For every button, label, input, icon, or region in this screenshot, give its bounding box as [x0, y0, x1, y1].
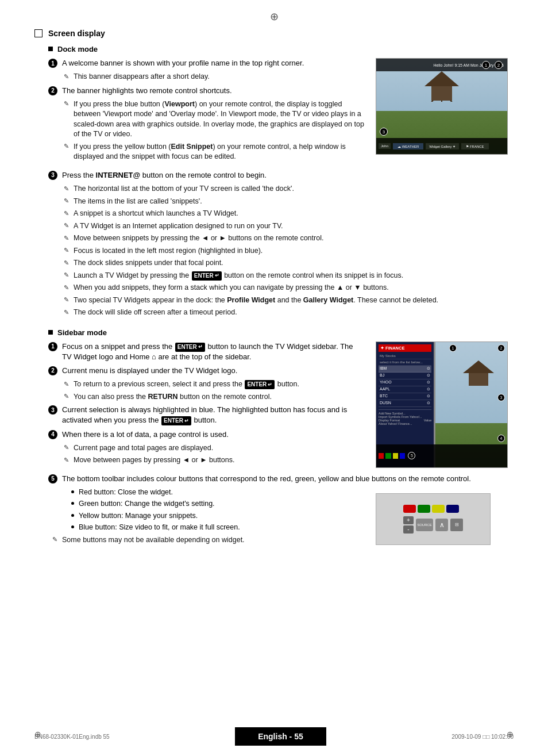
plus-minus-group: + - — [403, 516, 414, 534]
badge-1: 1 — [482, 61, 490, 69]
dock-mode-content: 1 A welcome banner is shown with your pr… — [34, 58, 514, 164]
svg-line-4 — [450, 101, 452, 102]
dock-item-3-text: Press the INTERNET@ button on the remote… — [62, 170, 514, 181]
dock-item-john: John — [379, 143, 391, 149]
bullet-yellow-text: Yellow button: Manage your snippets. — [79, 511, 198, 521]
banner-text: Hello John! 9:15 AM Mon January 1996 — [433, 63, 504, 67]
dock-note-3-3-text: A snippet is a shortcut which launches a… — [74, 209, 514, 219]
svg-marker-0 — [424, 71, 459, 86]
badge-3: 3 — [380, 128, 388, 136]
sidebar-row-aapl: AAPL⊙ — [379, 386, 431, 393]
footer-left: BN68-02330K-01Eng.indb 55 — [34, 734, 110, 740]
sidebar-mode-text-col: 1 Focus on a snippet and press the ENTER… — [34, 341, 364, 468]
sidebar-action-about: About Yahoo! Finance... — [379, 422, 431, 425]
bottom-right-crosshair-icon: ⊕ — [507, 730, 514, 739]
sidebar-row-btc: BTC⊙ — [379, 393, 431, 400]
remote-image-col: + - SOURCE ∧ ⊟ — [376, 488, 514, 548]
dock-item-1-text: A welcome banner is shown with your prof… — [62, 58, 364, 68]
page-footer: BN68-02330K-01Eng.indb 55 English - 55 2… — [0, 727, 548, 746]
dock-note-3-8: ✎ Launch a TV Widget by pressing the ENT… — [62, 271, 514, 281]
bottom-overlay-bar: John ☁ WEATHER Widget Gallery ✦ ⚑ FRANCE — [376, 138, 507, 154]
source-btn[interactable]: SOURCE — [416, 519, 433, 531]
up-btn[interactable]: ∧ — [435, 519, 448, 531]
pencil-icon-14: ✎ — [62, 308, 70, 316]
dock-item-1: 1 A welcome banner is shown with your pr… — [48, 58, 364, 68]
bar-item-green — [385, 453, 391, 459]
sidebar-item-4-text: When there is a lot of data, a page cont… — [62, 429, 364, 440]
bullet-dot-1 — [71, 490, 74, 493]
pencil-icon-8: ✎ — [62, 234, 70, 242]
enter-btn-sidebar-3: ENTER — [161, 416, 191, 425]
sidebar-item-1-text: Focus on a snippet and press the ENTER b… — [62, 341, 364, 362]
dock-note-3-6: ✎ Focus is located in the left most regi… — [62, 246, 514, 256]
pencil-icon-4: ✎ — [62, 185, 70, 193]
misc-btn[interactable]: ⊟ — [450, 519, 463, 531]
dock-note-3-2: ✎ The items in the list are called 'snip… — [62, 197, 514, 207]
dock-note-3-7: ✎ The dock slides snippets under that fo… — [62, 258, 514, 268]
dock-note-3-11-text: The dock will slide off screen after a t… — [74, 308, 514, 318]
pencil-icon-10: ✎ — [62, 259, 70, 267]
dock-note-3-2-text: The items in the list are called 'snippe… — [74, 197, 514, 207]
sidebar-mode-title: Sidebar mode — [57, 328, 107, 337]
sidebar-item-2-text: Current menu is displayed under the TV W… — [62, 366, 364, 376]
top-crosshair-icon: ⊕ — [270, 10, 279, 23]
dock-item-1-note-text: This banner disappears after a short del… — [74, 72, 364, 82]
pencil-icon-s4: ✎ — [62, 456, 70, 464]
bullet-dot-4 — [71, 525, 74, 528]
plus-btn[interactable]: + — [403, 516, 414, 524]
dock-note-3-10-text: Two special TV Widgets appear in the doc… — [74, 296, 514, 306]
dock-note-3-9: ✎ When you add snippets, they form a sta… — [62, 283, 514, 293]
dock-note-3-5: ✎ Move between snippets by pressing the … — [62, 233, 514, 244]
sidebar-num-5: 5 — [48, 474, 57, 483]
black-square-icon — [48, 47, 53, 51]
svg-rect-6 — [469, 373, 488, 386]
sidebar-mode-content: 1 Focus on a snippet and press the ENTER… — [34, 341, 514, 468]
sidebar-subtitle: My Stocks — [379, 353, 431, 359]
svg-marker-5 — [463, 360, 494, 373]
num-2-circle: 2 — [48, 86, 57, 95]
remote-screenshot: + - SOURCE ∧ ⊟ — [376, 493, 491, 545]
bullet-green-text: Green button: Change the widget's settin… — [79, 499, 215, 509]
remote-bottom-row: + - SOURCE ∧ ⊟ — [403, 516, 463, 534]
minus-btn[interactable]: - — [403, 525, 414, 534]
page: ⊕ Screen display Dock mode 1 A welcome b… — [0, 0, 548, 756]
sidebar-item-5: 5 The bottom toolbar includes colour but… — [48, 474, 514, 484]
dock-note-3-4: ✎ A TV Widget is an Internet application… — [62, 221, 514, 232]
svg-line-2 — [431, 101, 433, 102]
hut-svg — [419, 70, 465, 102]
sidebar-note-2-1: ✎ To return to a previous screen, select… — [62, 379, 364, 390]
sidebar-badge-3: 3 — [497, 394, 505, 401]
sidebar-mode-header: Sidebar mode — [48, 328, 514, 337]
footer-center: English - 55 — [235, 727, 326, 746]
dock-note-3-6-text: Focus is located in the left most region… — [74, 246, 514, 256]
dock-item-1-note: ✎ This banner disappears after a short d… — [62, 72, 364, 82]
dock-note-3-10: ✎ Two special TV Widgets appear in the d… — [62, 296, 514, 306]
svg-rect-1 — [431, 86, 452, 101]
pencil-icon-s2: ✎ — [62, 393, 70, 401]
dock-mode-image-col: Hello John! 9:15 AM Mon January 1996 1 2… — [376, 58, 514, 164]
bullet-green: Green button: Change the widget's settin… — [71, 499, 364, 509]
sidebar-note-2-1-text: To return to a previous screen, select i… — [74, 379, 364, 390]
remote-red-btn[interactable] — [403, 505, 416, 513]
bullet-blue-text: Blue button: Size video to fit, or make … — [79, 523, 240, 533]
bullet-yellow: Yellow button: Manage your snippets. — [71, 511, 364, 521]
dock-note-3-9-text: When you add snippets, they form a stack… — [74, 283, 514, 293]
num-3-circle: 3 — [48, 171, 57, 180]
sidebar-actions: Add New Symbol... Import Symbols From Ya… — [379, 409, 431, 425]
dock-note-3-4-text: A TV Widget is an Internet application d… — [74, 221, 514, 232]
remote-blue-btn[interactable] — [446, 505, 459, 513]
color-buttons-row — [403, 505, 463, 513]
dock-mode-header: Dock mode — [48, 45, 514, 53]
bullet-dot-2 — [71, 502, 74, 505]
sidebar-num-4: 4 — [48, 430, 57, 439]
dock-item-2: 2 The banner highlights two remote contr… — [48, 86, 364, 96]
enter-btn-sidebar-2: ENTER — [245, 380, 275, 389]
remote-yellow-btn[interactable] — [432, 505, 445, 513]
sidebar-item-1: 1 Focus on a snippet and press the ENTER… — [48, 341, 364, 362]
bullet-blue: Blue button: Size video to fit, or make … — [71, 523, 364, 533]
pencil-icon-3: ✎ — [62, 143, 70, 151]
section-heading: Screen display — [34, 29, 514, 38]
footer-right: 2009-10-09 □□ 10:02:00 — [451, 734, 514, 740]
remote-green-btn[interactable] — [418, 505, 430, 513]
dock-note-3-5-text: Move between snippets by pressing the ◄ … — [74, 233, 514, 244]
